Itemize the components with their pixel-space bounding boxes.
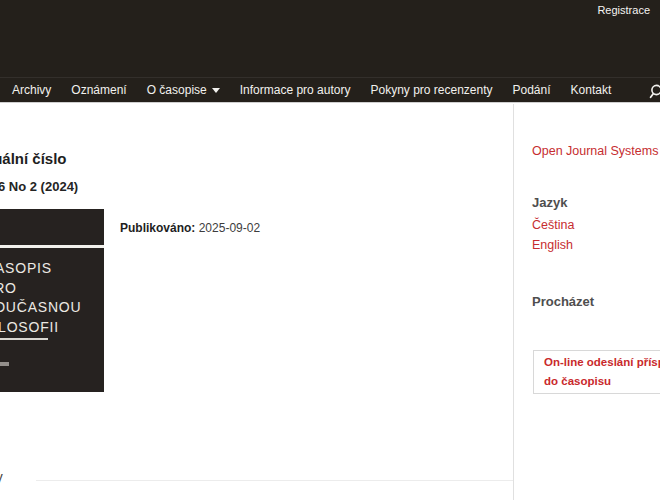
online-submission-line2: do časopisu xyxy=(544,372,660,391)
sidebar-divider xyxy=(513,104,514,500)
cover-title-underline xyxy=(0,338,48,340)
language-heading: Jazyk xyxy=(532,195,567,210)
cover-title-text: ČASOPIS PRO SOUČASNOU FILOSOFII xyxy=(0,259,81,337)
articles-section-heading: Články xyxy=(0,469,3,485)
online-submission-line1: On-line odeslání příspěvků xyxy=(544,353,660,372)
online-submission-box[interactable]: On-line odeslání příspěvků do časopisu xyxy=(533,350,660,394)
language-link-english[interactable]: English xyxy=(532,238,573,252)
published-line: Publikováno: 2025-09-02 xyxy=(120,221,260,235)
ojs-journal-page: Registrace Archivy Oznámení O časopise I… xyxy=(0,0,660,500)
articles-section-rule xyxy=(36,480,513,481)
cover-title-line3: SOUČASNOU xyxy=(0,298,81,318)
published-label: Publikováno: xyxy=(120,221,195,235)
nav-item-submissions[interactable]: Podání xyxy=(513,83,551,97)
nav-item-author-info[interactable]: Informace pro autory xyxy=(240,83,351,97)
cover-divider-stripe xyxy=(0,245,104,248)
cover-fine-print xyxy=(0,362,9,366)
nav-item-about-label: O časopise xyxy=(147,83,207,97)
search-icon[interactable] xyxy=(648,83,660,101)
published-date: 2025-09-02 xyxy=(199,221,260,235)
nav-item-announcements[interactable]: Oznámení xyxy=(71,83,126,97)
browse-heading: Procházet xyxy=(532,294,594,309)
nav-item-contact[interactable]: Kontakt xyxy=(571,83,612,97)
issue-cover-image[interactable]: ČASOPIS PRO SOUČASNOU FILOSOFII xyxy=(0,209,104,392)
nav-item-about-journal[interactable]: O časopise xyxy=(147,83,220,97)
primary-navigation: Archivy Oznámení O časopise Informace pr… xyxy=(0,77,660,102)
issue-identifier: 6 No 2 (2024) xyxy=(0,179,78,194)
cover-title-line2: PRO xyxy=(0,279,81,299)
registration-link[interactable]: Registrace xyxy=(597,4,650,16)
nav-item-archives[interactable]: Archivy xyxy=(12,83,51,97)
nav-item-reviewer-guidelines[interactable]: Pokyny pro recenzenty xyxy=(370,83,492,97)
chevron-down-icon xyxy=(212,88,220,93)
open-journal-systems-link[interactable]: Open Journal Systems xyxy=(532,144,658,158)
current-issue-heading: Aktuální číslo xyxy=(0,150,67,167)
language-link-czech[interactable]: Čeština xyxy=(532,218,574,232)
site-header: Registrace Archivy Oznámení O časopise I… xyxy=(0,0,660,103)
cover-title-line4: FILOSOFII xyxy=(0,318,81,338)
cover-title-line1: ČASOPIS xyxy=(0,259,81,279)
